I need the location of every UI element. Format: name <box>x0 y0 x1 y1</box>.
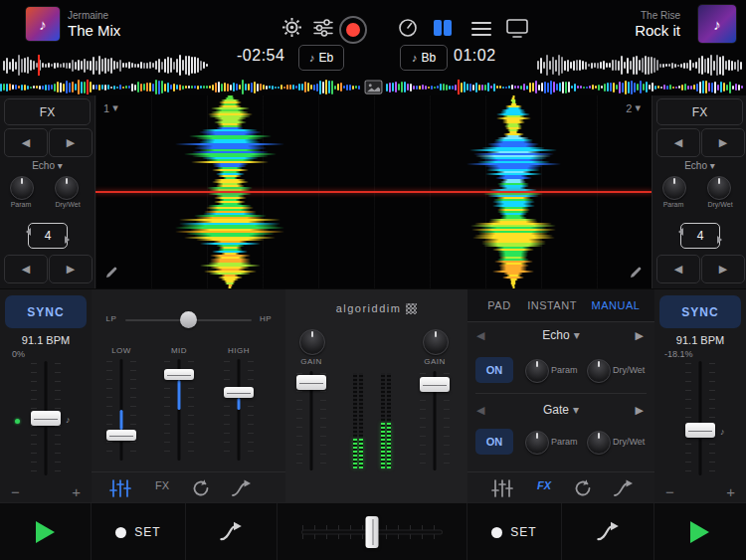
deck1-edit-beatgrid-icon[interactable] <box>105 265 118 282</box>
crossfader[interactable] <box>278 503 466 560</box>
fx-param-knob[interactable] <box>10 176 34 200</box>
fx-tab[interactable]: FX <box>529 479 559 491</box>
waveform-view-toggle-icon[interactable] <box>433 20 453 36</box>
tab-instant[interactable]: INSTANT <box>521 289 583 321</box>
fx-effect-select[interactable]: Echo ▾ <box>0 160 94 171</box>
loop-halve-button[interactable]: ◀ <box>656 255 700 283</box>
deck1-selector[interactable]: 1▾ <box>103 101 118 114</box>
settings-gear-icon[interactable] <box>281 17 302 38</box>
deck1-pitch-fader-cap[interactable] <box>31 411 61 426</box>
fx-prev-button[interactable]: ◀ <box>4 128 48 157</box>
automix-tab-icon[interactable] <box>231 478 253 498</box>
fx-param-knob[interactable] <box>662 176 686 200</box>
record-button[interactable] <box>339 16 367 44</box>
fx1-param-knob[interactable] <box>525 359 549 383</box>
deck2-volume-fader[interactable] <box>420 371 450 470</box>
loop-double-button[interactable]: ▶ <box>701 255 745 283</box>
eq-low-fader[interactable] <box>106 359 136 461</box>
fx2-next-button[interactable]: ▶ <box>636 405 644 416</box>
keylock-note-icon[interactable]: ♪ <box>720 427 725 437</box>
deck1-album-art[interactable]: ♪ <box>26 7 60 41</box>
deck2-gain-knob[interactable] <box>423 329 449 355</box>
loop-beats-button[interactable]: 4 <box>28 223 68 249</box>
music-note-icon: ♪ <box>412 52 418 64</box>
loop-tab-icon[interactable] <box>573 478 593 498</box>
deck1-volume-fader[interactable] <box>296 371 326 470</box>
fx1-prev-button[interactable]: ◀ <box>476 330 484 341</box>
metronome-icon[interactable] <box>397 17 419 39</box>
loop-tab-icon[interactable] <box>191 478 211 498</box>
keylock-note-icon[interactable]: ♪ <box>66 415 71 425</box>
library-grid-icon[interactable] <box>364 60 383 79</box>
deck2-key-badge[interactable]: ♪Bb <box>400 45 448 71</box>
deck2-selector[interactable]: 2▾ <box>626 101 641 114</box>
fx1-on-button[interactable]: ON <box>475 357 513 383</box>
deck1-sync-button[interactable]: SYNC <box>5 295 87 328</box>
deck2-set-cue-button[interactable]: SET <box>467 503 561 560</box>
fx1-next-button[interactable]: ▶ <box>636 330 644 341</box>
loop-beats-button[interactable]: 4 <box>680 223 720 249</box>
deck2-loop-arrow-button[interactable] <box>562 503 654 560</box>
fx-effect-select[interactable]: Echo ▾ <box>653 160 746 171</box>
pitch-plus-button[interactable]: + <box>726 484 735 499</box>
fx2-drywet-knob[interactable] <box>587 431 611 455</box>
deck1-key-badge[interactable]: ♪Eb <box>298 45 344 71</box>
deck2-volume-fader-cap[interactable] <box>420 377 450 392</box>
pitch-minus-button[interactable]: − <box>665 484 674 499</box>
fx2-effect-select[interactable]: Gate▾ <box>503 403 619 417</box>
eq-high-fader-cap[interactable] <box>224 387 254 398</box>
loop-double-button[interactable]: ▶ <box>49 255 93 283</box>
waveform-display[interactable]: 1▾ 2▾ <box>94 95 653 288</box>
fx2-on-button[interactable]: ON <box>475 429 513 455</box>
deck1-overview-waveform[interactable] <box>3 55 209 76</box>
deck1-gain-knob[interactable] <box>299 329 325 355</box>
deck2-edit-beatgrid-icon[interactable] <box>630 265 643 282</box>
filter-knob[interactable] <box>180 311 197 328</box>
fx1-drywet-knob[interactable] <box>587 359 611 383</box>
pitch-plus-button[interactable]: + <box>72 484 81 499</box>
deck2-vu-meter <box>387 373 391 468</box>
deck2-track-overview-strip[interactable] <box>386 80 746 94</box>
deck2-pitch-fader[interactable] <box>685 361 715 475</box>
deck2-album-art[interactable]: ♪ <box>698 5 736 43</box>
fx-drywet-knob[interactable] <box>55 176 79 200</box>
tab-manual[interactable]: MANUAL <box>585 289 647 321</box>
eq-high-fader[interactable] <box>224 359 254 461</box>
deck1-time-remaining[interactable]: -02:54 <box>237 47 284 65</box>
eq-mid-fader-cap[interactable] <box>164 369 194 380</box>
automix-tab-icon[interactable] <box>613 478 635 498</box>
eq-mid-fader[interactable] <box>164 359 194 461</box>
deck1-volume-fader-cap[interactable] <box>296 375 326 390</box>
fx-next-button[interactable]: ▶ <box>49 128 93 157</box>
fx1-effect-select[interactable]: Echo▾ <box>503 328 619 342</box>
loop-halve-button[interactable]: ◀ <box>4 255 48 283</box>
deck1-set-cue-button[interactable]: SET <box>92 503 185 560</box>
fx-next-button[interactable]: ▶ <box>701 128 745 157</box>
deck2-play-button[interactable] <box>654 503 746 560</box>
artwork-icon[interactable] <box>364 80 383 94</box>
deck1-play-button[interactable] <box>0 503 92 560</box>
deck2-overview-waveform[interactable] <box>537 55 744 76</box>
fx2-prev-button[interactable]: ◀ <box>476 405 484 416</box>
pitch-minus-button[interactable]: − <box>11 484 20 499</box>
fx2-param-knob[interactable] <box>525 431 549 455</box>
fx-prev-button[interactable]: ◀ <box>656 128 700 157</box>
fx-panel-toggle[interactable]: FX <box>4 98 91 125</box>
deck2-time-elapsed[interactable]: 01:02 <box>454 47 496 65</box>
eq-tab-icon[interactable] <box>491 478 513 498</box>
deck2-sync-button[interactable]: SYNC <box>659 295 741 328</box>
fx-drywet-knob[interactable] <box>707 176 731 200</box>
fx-panel-toggle[interactable]: FX <box>656 98 743 125</box>
mixer-settings-icon[interactable] <box>312 18 334 38</box>
external-display-icon[interactable] <box>505 18 529 39</box>
deck1-loop-arrow-button[interactable] <box>186 503 278 560</box>
deck2-pitch-fader-cap[interactable] <box>685 423 715 438</box>
eq-low-fader-cap[interactable] <box>106 430 136 441</box>
eq-tab-icon[interactable] <box>109 478 131 498</box>
tab-pad[interactable]: PAD <box>479 289 519 321</box>
deck1-pitch-fader[interactable] <box>31 361 61 475</box>
deck1-track-overview-strip[interactable] <box>0 80 361 94</box>
fx-tab[interactable]: FX <box>147 479 177 491</box>
crossfader-cap[interactable] <box>366 516 379 548</box>
queue-list-icon[interactable] <box>470 20 492 38</box>
